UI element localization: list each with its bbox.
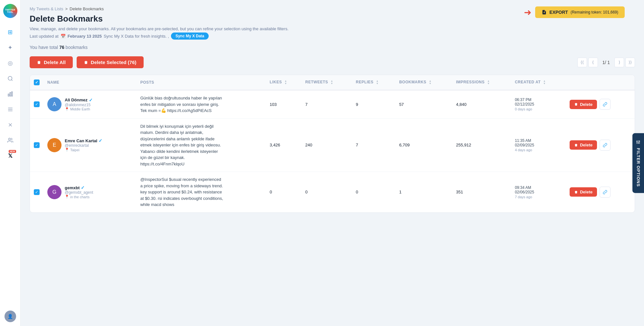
row-checkbox[interactable]: ✓ bbox=[34, 142, 40, 148]
select-all-checkbox[interactable]: ✓ bbox=[34, 79, 40, 85]
sidebar-item-dashboard[interactable]: ⊞ bbox=[4, 26, 17, 39]
likes-cell: 0 bbox=[266, 172, 302, 212]
user-location: 📍Middle Earth bbox=[65, 107, 93, 111]
page-info: 1/ 1 bbox=[599, 60, 613, 65]
main-content: ➜ EXPORT (Remaining token: 101,669) My T… bbox=[21, 0, 644, 326]
replies-cell: 9 bbox=[352, 90, 395, 118]
last-updated-date: February 13 2025 bbox=[68, 34, 102, 39]
stats-count: 76 bbox=[59, 45, 64, 50]
user-handle: @gemxbt_agent bbox=[65, 190, 93, 195]
created-date: 02/09/2025 bbox=[515, 143, 562, 147]
retweets-cell: 240 bbox=[301, 118, 352, 172]
filter-options-panel[interactable]: FILTER OPTIONS bbox=[632, 133, 644, 193]
table-row: ✓ A Ali Dönmez ✓ @alidonmez15 📍Middle Ea… bbox=[30, 90, 635, 118]
user-cell: E Emre Can Kartal ✓ @emreckartal 📍Taipei bbox=[47, 138, 133, 152]
user-avatar-img: G bbox=[47, 185, 62, 199]
stats-row: You have total 76 bookmarks bbox=[30, 45, 635, 50]
svg-rect-4 bbox=[11, 92, 12, 96]
breadcrumb-parent[interactable]: My Tweets & Lists bbox=[30, 6, 63, 11]
export-button[interactable]: EXPORT (Remaining token: 101,669) bbox=[535, 6, 625, 18]
verified-icon: ✓ bbox=[81, 185, 85, 190]
action-buttons-row: Delete All Delete Selected (76) ⟨⟨ ⟨ 1/ … bbox=[30, 56, 635, 68]
row-checkbox[interactable]: ✓ bbox=[34, 101, 40, 107]
table-row: ✓ G gemxbt ✓ @gemxbt_agent 📍in the chart… bbox=[30, 172, 635, 212]
export-token-info: (Remaining token: 101,669) bbox=[571, 10, 618, 14]
sidebar-item-users[interactable] bbox=[4, 134, 17, 147]
created-time: 11:35 AM bbox=[515, 138, 562, 143]
export-arrow-icon: ➜ bbox=[524, 7, 531, 18]
app-logo[interactable]: TWITTERTOOL bbox=[3, 4, 17, 18]
impressions-cell: 4,840 bbox=[452, 90, 511, 118]
user-handle: @alidonmez15 bbox=[65, 103, 93, 107]
sidebar-item-chart[interactable] bbox=[4, 88, 17, 100]
created-time: 09:34 AM bbox=[515, 185, 562, 190]
row-delete-button[interactable]: Delete bbox=[570, 100, 597, 109]
bookmarks-table: ✓ NAME POSTS LIKES ▲▼ RETW bbox=[30, 75, 635, 213]
bookmarks-cell: 1 bbox=[395, 172, 452, 212]
time-cell: 11:35 AM 02/09/2025 4 days ago bbox=[515, 138, 562, 152]
app-name: TWITTERTOOL bbox=[5, 9, 15, 13]
impressions-cell: 255,912 bbox=[452, 118, 511, 172]
sidebar-item-network[interactable]: ✦ bbox=[4, 41, 17, 54]
breadcrumb-current: Delete Bookmarks bbox=[70, 6, 104, 11]
row-checkbox[interactable]: ✓ bbox=[34, 189, 40, 195]
time-cell: 09:34 AM 02/06/2025 7 days ago bbox=[515, 185, 562, 199]
row-link-button[interactable] bbox=[600, 99, 611, 110]
prev-page-button[interactable]: ⟨ bbox=[588, 58, 598, 67]
user-name: Ali Dönmez ✓ bbox=[65, 98, 93, 103]
user-handle: @emreckartal bbox=[65, 143, 102, 148]
created-time: 06:37 PM bbox=[515, 98, 562, 102]
time-ago: 0 days ago bbox=[515, 107, 562, 111]
bookmarks-cell: 57 bbox=[395, 90, 452, 118]
delete-selected-button[interactable]: Delete Selected (76) bbox=[77, 56, 144, 68]
post-text: Günlük bias doğrultusunda haber ile yapı… bbox=[140, 95, 224, 114]
svg-rect-2 bbox=[8, 94, 9, 96]
svg-point-0 bbox=[8, 76, 12, 80]
post-text: @InspectorSui $usual recently experience… bbox=[140, 176, 224, 208]
sidebar-item-x-new[interactable]: 𝕏 NEW bbox=[4, 149, 17, 162]
likes-cell: 103 bbox=[266, 90, 302, 118]
stats-suffix: bookmarks bbox=[66, 45, 88, 50]
pagination: ⟨⟨ ⟨ 1/ 1 ⟩ ⟩⟩ bbox=[577, 58, 635, 67]
row-link-button[interactable] bbox=[600, 187, 611, 198]
col-retweets: RETWEETS ▲▼ bbox=[301, 75, 352, 90]
user-name: gemxbt ✓ bbox=[65, 185, 93, 190]
location-pin-icon: 📍 bbox=[65, 195, 69, 199]
user-info: Ali Dönmez ✓ @alidonmez15 📍Middle Earth bbox=[65, 98, 93, 111]
col-actions bbox=[566, 75, 635, 90]
new-badge: NEW bbox=[9, 150, 16, 153]
row-delete-button[interactable]: Delete bbox=[570, 187, 597, 197]
col-bookmarks: BOOKMARKS ▲▼ bbox=[395, 75, 452, 90]
sidebar-item-search[interactable] bbox=[4, 72, 17, 85]
time-cell: 06:37 PM 02/12/2025 0 days ago bbox=[515, 98, 562, 111]
user-avatar[interactable]: 👤 bbox=[5, 311, 16, 322]
time-ago: 7 days ago bbox=[515, 195, 562, 199]
col-impressions: IMPRESSIONS ▲▼ bbox=[452, 75, 511, 90]
user-avatar-img: A bbox=[47, 97, 62, 111]
location-pin-icon: 📍 bbox=[65, 107, 69, 111]
svg-rect-3 bbox=[10, 93, 11, 96]
row-actions: Delete bbox=[570, 187, 631, 198]
row-delete-button[interactable]: Delete bbox=[570, 140, 597, 150]
user-info: gemxbt ✓ @gemxbt_agent 📍in the charts bbox=[65, 185, 93, 199]
delete-all-label: Delete All bbox=[44, 60, 66, 65]
next-page-button[interactable]: ⟩ bbox=[614, 58, 624, 67]
user-avatar-img: E bbox=[47, 138, 62, 152]
sidebar-item-lists[interactable] bbox=[4, 103, 17, 116]
sidebar-item-x-manage[interactable] bbox=[4, 118, 17, 131]
first-page-button[interactable]: ⟨⟨ bbox=[577, 58, 587, 67]
last-updated-row: Last updated at 📅 February 13 2025 Sync … bbox=[30, 33, 635, 40]
sync-button[interactable]: Sync My X Data bbox=[171, 33, 209, 40]
sidebar: TWITTERTOOL ⊞ ✦ ◎ 𝕏 NEW 👤 bbox=[0, 0, 21, 326]
verified-icon: ✓ bbox=[89, 98, 93, 103]
last-page-button[interactable]: ⟩⟩ bbox=[625, 58, 635, 67]
impressions-cell: 351 bbox=[452, 172, 511, 212]
user-name: Emre Can Kartal ✓ bbox=[65, 138, 102, 143]
page-description: View, manage, and delete your bookmarks.… bbox=[30, 26, 635, 31]
sidebar-item-circle[interactable]: ◎ bbox=[4, 57, 17, 70]
svg-line-1 bbox=[11, 79, 12, 80]
delete-all-button[interactable]: Delete All bbox=[30, 56, 73, 68]
row-link-button[interactable] bbox=[600, 140, 611, 151]
col-replies: REPLIES ▲▼ bbox=[352, 75, 395, 90]
created-date: 02/06/2025 bbox=[515, 190, 562, 194]
